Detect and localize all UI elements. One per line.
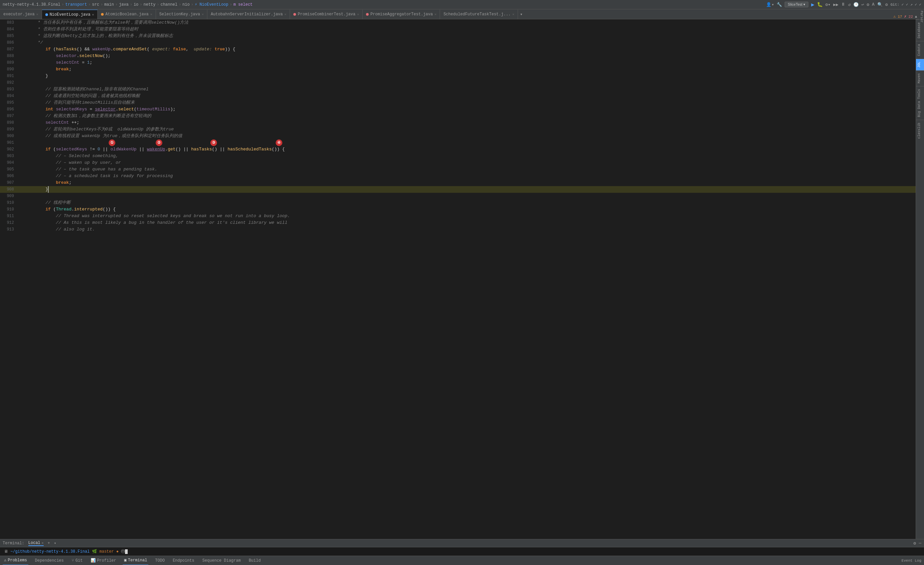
tab-promisecombiner[interactable]: PromiseCombinerTest.java ✕ — [290, 10, 363, 19]
breadcrumb-transport[interactable]: transport — [65, 2, 87, 7]
tab-promiseaggregator-close[interactable]: ✕ — [434, 12, 436, 17]
debug-button[interactable]: 🐛 — [817, 2, 823, 8]
gutter-883 — [16, 20, 23, 26]
bottom-tab-profiler[interactable]: 📊 Profiler — [89, 556, 118, 565]
sidebar-tool-bigdata[interactable]: Big Data Tools — [916, 86, 924, 120]
tab-promisecombiner-close[interactable]: ✕ — [357, 12, 359, 17]
tab-nioeventloop-close[interactable]: ✕ — [92, 13, 94, 17]
bottom-tab-todo[interactable]: TODO — [154, 556, 166, 565]
vcs-icon[interactable]: 🔧 — [777, 2, 782, 8]
settings-icon[interactable]: ⚙ — [867, 2, 869, 8]
breadcrumb-nio[interactable]: nio — [182, 2, 190, 7]
line-content-899: // 若轮询到selectKeys不为0或 oldWakenUp 的参数为tru… — [23, 126, 916, 133]
sidebar-tool-maven[interactable]: Maven — [916, 71, 924, 86]
terminal-settings-icon[interactable]: ⚙ — [914, 541, 916, 546]
gutter-889 — [16, 59, 23, 66]
line-num-892: 892 — [0, 80, 16, 86]
code-editor[interactable]: 883 * 当任务队列中有任务，且唤醒标志为false时，需要调用selectN… — [0, 20, 916, 539]
tab-overflow[interactable]: ▾ — [518, 10, 525, 19]
code-line-898: 898 selectCnt ++; — [0, 119, 916, 126]
line-content-888: selector.selectNow(); — [23, 53, 916, 59]
tab-promiseaggregator[interactable]: PromiseAggregatorTest.java ✕ — [363, 10, 440, 19]
tab-scheduledfuture[interactable]: ScheduledFutureTaskTest.j... ✕ — [440, 10, 518, 19]
tab-executor-close[interactable]: ✕ — [36, 12, 38, 17]
problems-icon: ⚠ — [4, 557, 6, 563]
tab-autobahnserver[interactable]: AutobahnServerInitializer.java ✕ — [207, 10, 290, 19]
run-more[interactable]: ▶▶ — [833, 2, 838, 8]
line-num-883: 883 — [0, 20, 16, 26]
local-tab-close[interactable]: ✕ — [42, 541, 44, 545]
bottom-tab-endpoints[interactable]: Endpoints — [171, 556, 196, 565]
breadcrumb-netty[interactable]: netty — [144, 2, 156, 7]
tab-nioeventloop[interactable]: NioEventLoop.java ✕ — [42, 10, 98, 19]
line-num-901: 901 — [0, 140, 16, 146]
bottom-tab-dependencies[interactable]: Dependencies — [34, 556, 65, 565]
tab-autobahnserver-close[interactable]: ✕ — [284, 12, 286, 17]
gear-button[interactable]: ⚙ — [885, 2, 888, 8]
line-num-913: 912 — [0, 219, 16, 226]
terminal-emoji: 🖥 — [4, 549, 8, 554]
annotation-2: ② — [156, 140, 162, 146]
tab-selectionkey[interactable]: SelectionKey.java ✕ — [156, 10, 207, 19]
tab-atomicboolean[interactable]: AtomicBoolean.java ✕ — [98, 10, 156, 19]
bottom-tab-terminal[interactable]: ▣ Terminal — [123, 556, 148, 565]
sep8: › — [178, 2, 181, 7]
tab-atomicboolean-close[interactable]: ✕ — [150, 12, 152, 17]
code-line-883: 883 * 当任务队列中有任务，且唤醒标志为false时，需要调用selectN… — [0, 20, 916, 26]
breadcrumb-project[interactable]: netty-netty-4.1.38.Final — [3, 2, 60, 7]
bottom-tab-problems[interactable]: ⚠ Problems — [3, 556, 28, 565]
code-line-899: 899 // 若轮询到selectKeys不为0或 oldWakenUp 的参数… — [0, 126, 916, 133]
code-line-904: 904 // – waken up by user, or — [0, 159, 916, 166]
line-content-884: * 否则任务得不到及时处理，可能需要阻塞等待超时 — [23, 26, 916, 33]
breadcrumb-method[interactable]: m select — [233, 2, 253, 7]
code-line-908: 908 } — [0, 186, 916, 193]
run-button[interactable]: ▶ — [811, 2, 814, 8]
breadcrumb: netty-netty-4.1.38.Final › transport › s… — [3, 2, 253, 7]
terminal-minimize-icon[interactable]: — — [919, 541, 921, 546]
breadcrumb-src[interactable]: src — [92, 2, 99, 7]
search-button[interactable]: 🔍 — [878, 2, 883, 8]
bottom-tab-sequence[interactable]: Sequence Diagram — [201, 556, 242, 565]
sep9: › — [191, 2, 194, 7]
reload-button[interactable]: ↺ — [848, 2, 850, 8]
breadcrumb-channel[interactable]: channel — [160, 2, 177, 7]
line-num-908: 908 — [0, 186, 16, 193]
warning-expand-up[interactable]: ▲ — [915, 15, 917, 19]
tab-selectionkey-close[interactable]: ✕ — [202, 12, 204, 17]
terminal-content[interactable]: 🖥 ~/github/netty-netty-4.1.38.Final 🌿 ma… — [0, 547, 924, 556]
user-icon[interactable]: 👤▾ — [766, 2, 774, 8]
breadcrumb-io[interactable]: io — [134, 2, 138, 7]
terminal-icon: ▣ — [124, 557, 126, 563]
code-line-902: 902 if (selectedKeys != 0 || oldWakenUp … — [0, 146, 916, 153]
bottom-tab-build[interactable]: Build — [248, 556, 262, 565]
stop-button[interactable]: ⏸ — [841, 2, 845, 7]
translate-icon[interactable]: A — [872, 2, 874, 7]
line-num-889: 889 — [0, 59, 16, 66]
terminal-tab-local[interactable]: Local ✕ — [28, 541, 44, 546]
sidebar-tool-classlib[interactable]: classlib — [916, 120, 924, 141]
line-num-888: 888 — [0, 53, 16, 59]
gutter-902 — [16, 146, 23, 153]
breadcrumb-java[interactable]: java — [119, 2, 129, 7]
gutter-893 — [16, 86, 23, 93]
terminal-dropdown[interactable]: ▾ — [54, 541, 56, 545]
slice-test-button[interactable]: SliceTest ▾ — [784, 2, 808, 8]
breadcrumb-file[interactable]: ⚡ NioEventLoop — [195, 2, 228, 7]
gutter-898 — [16, 119, 23, 126]
bottom-tab-git[interactable]: ⑂ Git — [70, 556, 84, 565]
sidebar-tool-database[interactable]: Database — [916, 20, 924, 41]
breadcrumb-main[interactable]: main — [104, 2, 114, 7]
code-line-886: 886 */ — [0, 39, 916, 46]
sidebar-tool-codota[interactable]: Codota — [916, 41, 924, 59]
sidebar-tool-jol[interactable]: JOL — [916, 59, 924, 71]
terminal-add-tab[interactable]: + — [48, 541, 50, 545]
more-run-options[interactable]: ⚙▾ — [825, 2, 831, 8]
undo-button[interactable]: ↩ — [861, 2, 864, 8]
event-log-label[interactable]: Event Log — [902, 559, 921, 563]
tab-scheduledfuture-close[interactable]: ✕ — [512, 12, 514, 17]
tab-executor[interactable]: executor.java ✕ — [0, 10, 42, 19]
gutter-890 — [16, 66, 23, 73]
terminal-branch-name: master ● — [97, 549, 121, 554]
gutter-901 — [16, 140, 23, 146]
sep2: › — [88, 2, 91, 7]
